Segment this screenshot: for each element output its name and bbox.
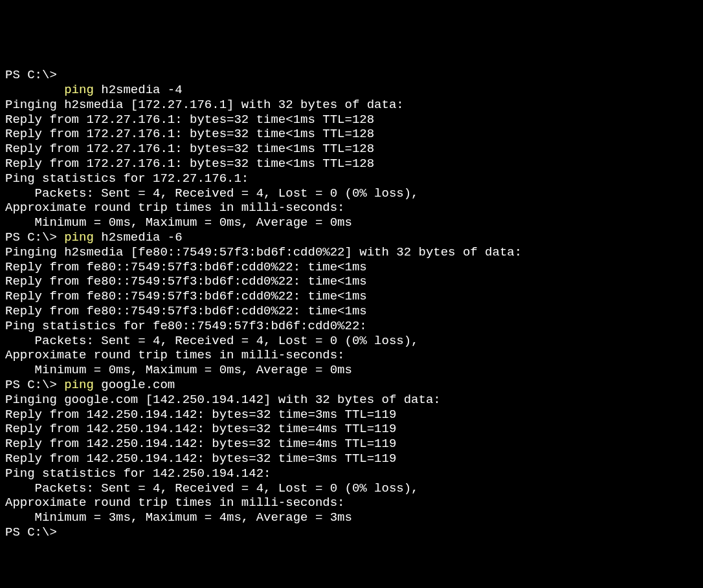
ping-command: ping	[64, 230, 94, 245]
command-line: PS C:\> ping google.com	[5, 378, 698, 393]
output-line: Reply from fe80::7549:57f3:bd6f:cdd0%22:…	[5, 260, 698, 275]
output-line: Ping statistics for 172.27.176.1:	[5, 171, 698, 186]
terminal-output[interactable]: PS C:\> ping h2smedia -4Pinging h2smedia…	[5, 68, 698, 540]
output-line: Approximate round trip times in milli-se…	[5, 201, 698, 215]
output-line: Packets: Sent = 4, Received = 4, Lost = …	[5, 481, 698, 496]
output-line: Minimum = 3ms, Maximum = 4ms, Average = …	[5, 510, 698, 525]
output-line: Reply from fe80::7549:57f3:bd6f:cdd0%22:…	[5, 289, 698, 304]
prompt-line: PS C:\>	[5, 68, 698, 83]
output-line: Ping statistics for 142.250.194.142:	[5, 466, 698, 481]
ps-prompt: PS C:\>	[5, 230, 64, 245]
output-line: Reply from 142.250.194.142: bytes=32 tim…	[5, 408, 698, 422]
ps-prompt: PS C:\>	[5, 525, 57, 539]
command-line: ping h2smedia -4	[5, 83, 698, 98]
output-line: Reply from 142.250.194.142: bytes=32 tim…	[5, 437, 698, 452]
output-line: Pinging google.com [142.250.194.142] wit…	[5, 393, 698, 408]
output-line: Pinging h2smedia [fe80::7549:57f3:bd6f:c…	[5, 245, 698, 260]
output-line: Packets: Sent = 4, Received = 4, Lost = …	[5, 186, 698, 201]
output-line: Minimum = 0ms, Maximum = 0ms, Average = …	[5, 215, 698, 230]
output-line: Minimum = 0ms, Maximum = 0ms, Average = …	[5, 363, 698, 378]
ps-prompt: PS C:\>	[5, 378, 64, 392]
output-line: Reply from 172.27.176.1: bytes=32 time<1…	[5, 127, 698, 142]
output-line: Reply from 172.27.176.1: bytes=32 time<1…	[5, 113, 698, 127]
ping-args: google.com	[94, 378, 175, 392]
prompt-line[interactable]: PS C:\>	[5, 525, 698, 540]
output-line: Approximate round trip times in milli-se…	[5, 348, 698, 363]
output-line: Reply from 172.27.176.1: bytes=32 time<1…	[5, 142, 698, 157]
command-line: PS C:\> ping h2smedia -6	[5, 230, 698, 245]
output-line: Packets: Sent = 4, Received = 4, Lost = …	[5, 334, 698, 349]
ping-command: ping	[64, 83, 94, 97]
output-line: Reply from fe80::7549:57f3:bd6f:cdd0%22:…	[5, 274, 698, 289]
ping-command: ping	[64, 378, 94, 392]
output-line: Ping statistics for fe80::7549:57f3:bd6f…	[5, 319, 698, 334]
indent	[5, 83, 64, 97]
output-line: Approximate round trip times in milli-se…	[5, 495, 698, 510]
ps-prompt: PS C:\>	[5, 68, 57, 82]
output-line: Reply from 142.250.194.142: bytes=32 tim…	[5, 422, 698, 437]
ping-args: h2smedia -4	[94, 83, 183, 97]
output-line: Reply from 172.27.176.1: bytes=32 time<1…	[5, 157, 698, 171]
output-line: Reply from 142.250.194.142: bytes=32 tim…	[5, 452, 698, 466]
output-line: Pinging h2smedia [172.27.176.1] with 32 …	[5, 98, 698, 113]
ping-args: h2smedia -6	[94, 230, 183, 245]
output-line: Reply from fe80::7549:57f3:bd6f:cdd0%22:…	[5, 304, 698, 319]
